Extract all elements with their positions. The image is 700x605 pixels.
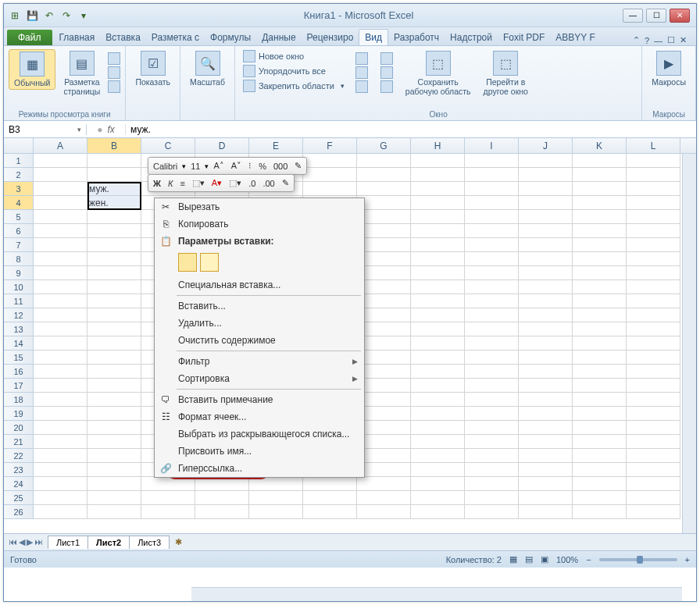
menu-format-cells[interactable]: ☷Формат ячеек... [155,408,364,425]
close-button[interactable]: ✕ [670,9,690,23]
cell[interactable] [465,505,519,519]
cell[interactable] [34,224,88,238]
cell[interactable] [573,266,627,280]
cell[interactable] [303,182,357,196]
cell[interactable] [627,224,680,238]
cell[interactable] [34,365,88,379]
cell[interactable] [88,224,141,238]
cell[interactable] [88,322,141,336]
increase-decimal-icon[interactable]: .00 [260,178,277,189]
cell[interactable] [357,379,411,393]
cell[interactable] [519,196,573,210]
cell[interactable] [465,224,519,238]
unhide-icon[interactable] [355,80,368,93]
reset-pos-icon[interactable] [380,80,393,93]
row-header[interactable]: 19 [4,407,34,421]
sheet-tab[interactable]: Лист2 [88,536,130,549]
cell[interactable] [411,168,465,182]
col-header[interactable]: J [519,138,573,153]
cell[interactable] [519,336,573,351]
cell[interactable] [519,491,573,505]
cell[interactable] [34,168,88,182]
sheet-nav-first-icon[interactable]: ⏮ [9,537,17,547]
menu-paste-special[interactable]: Специальная вставка... [155,276,364,294]
row-header[interactable]: 8 [4,252,34,266]
cell[interactable] [411,449,465,463]
cell[interactable] [519,224,573,238]
show-button[interactable]: ☑ Показать [130,49,175,88]
cell[interactable] [627,491,680,505]
hide-icon[interactable] [355,66,368,79]
cell[interactable] [88,449,141,463]
cell[interactable] [357,435,411,449]
col-header[interactable]: E [249,138,303,153]
cell[interactable] [195,477,249,491]
row-header[interactable]: 21 [4,435,34,449]
cell[interactable] [627,393,680,407]
cell[interactable] [357,393,411,407]
horizontal-scrollbar[interactable] [191,587,682,601]
cell[interactable] [249,477,303,491]
cell[interactable] [357,280,411,294]
cell[interactable] [465,393,519,407]
pagebreak-icon[interactable] [108,52,120,65]
cell[interactable] [465,463,519,477]
cell[interactable] [34,505,88,519]
cell[interactable] [357,351,411,365]
cell[interactable] [357,336,411,351]
cell[interactable] [88,505,141,519]
cell[interactable] [357,182,411,196]
fullscreen-icon[interactable] [108,80,120,93]
cell[interactable] [627,168,680,182]
doc-restore-icon[interactable]: ☐ [667,35,675,45]
cell[interactable] [627,336,680,351]
cell[interactable] [34,379,88,393]
cell[interactable] [573,449,627,463]
select-all-corner[interactable] [4,138,34,153]
cell[interactable] [34,322,88,336]
menu-copy[interactable]: ⎘Копировать [155,215,364,233]
font-selector[interactable]: Calibri [151,161,180,172]
view-normal-icon[interactable]: ▦ [509,554,517,564]
menu-insert-comment[interactable]: 🗨Вставить примечание [155,391,364,408]
cell[interactable] [411,182,465,196]
cell[interactable] [34,351,88,365]
cell[interactable] [465,351,519,365]
cell[interactable] [357,449,411,463]
cell[interactable] [465,421,519,435]
cell[interactable] [303,505,357,519]
cell[interactable] [573,379,627,393]
cell[interactable] [519,252,573,266]
cell[interactable] [465,294,519,308]
zoom-level[interactable]: 100% [556,555,578,564]
cell[interactable] [411,435,465,449]
cell[interactable] [627,421,680,435]
highlight-icon[interactable]: ✎ [280,177,291,189]
cell[interactable] [34,182,88,196]
row-header[interactable]: 7 [4,238,34,252]
cell[interactable] [411,210,465,224]
grow-font-icon[interactable]: A˄ [211,160,226,172]
cell[interactable] [141,505,195,519]
col-header[interactable]: A [34,138,88,153]
cell[interactable] [573,308,627,322]
cell[interactable] [357,168,411,182]
cell[interactable] [303,154,357,168]
cell[interactable] [34,421,88,435]
menu-pick-from-list[interactable]: Выбрать из раскрывающегося списка... [155,425,364,443]
cell[interactable] [34,294,88,308]
cell[interactable] [357,491,411,505]
tab-developer[interactable]: Разработч [388,30,445,45]
font-color-icon[interactable]: A▾ [209,177,224,189]
zoom-out-icon[interactable]: − [586,555,591,564]
cell[interactable] [519,280,573,294]
sheet-tab[interactable]: Лист3 [129,536,170,549]
cell[interactable] [411,407,465,421]
row-header[interactable]: 11 [4,294,34,308]
macros-button[interactable]: ▶ Макросы [647,49,691,88]
cell[interactable] [465,379,519,393]
cell[interactable] [519,365,573,379]
cell[interactable] [411,421,465,435]
cell[interactable] [88,154,141,168]
vertical-scrollbar[interactable] [682,154,696,533]
